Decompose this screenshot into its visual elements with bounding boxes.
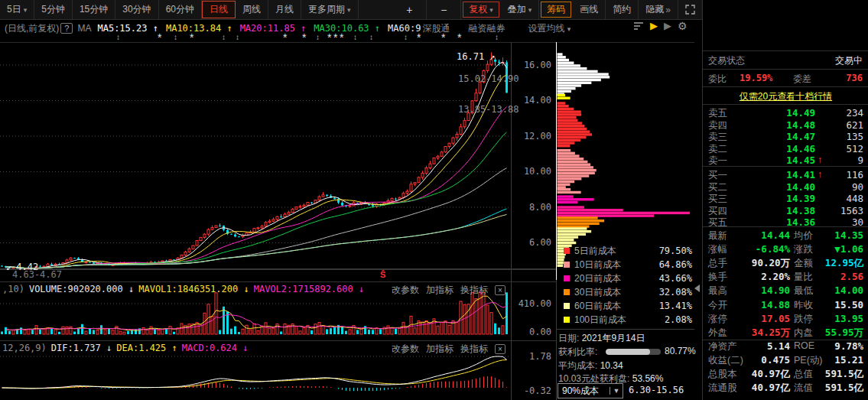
event-marker-icon[interactable]: ↕ <box>174 34 177 41</box>
event-marker-icon[interactable]: * <box>302 34 306 41</box>
legend-swatch <box>564 303 570 309</box>
event-marker-icon[interactable]: * <box>457 34 461 41</box>
event-marker-icon[interactable]: ↕ <box>369 34 373 41</box>
event-marker-icon[interactable]: ↕ <box>316 34 320 41</box>
tool-button-3[interactable]: 筹码 <box>541 2 571 18</box>
chip-profit-ratio: 80.77% <box>665 346 695 356</box>
price-axis-10: 10.00 <box>511 166 551 177</box>
tool-button-2[interactable]: 叠加▾ <box>501 0 540 19</box>
volume-value: VOLUME:902020.000 ↓ <box>29 284 134 294</box>
vol-axis-max: 410.00 <box>511 298 551 309</box>
zoom-in-button[interactable]: + <box>392 0 427 19</box>
legend-label: 10日前成本 <box>574 259 659 272</box>
ma-item-5: MA60:9 <box>388 23 421 34</box>
ask-row-5[interactable]: 卖一14.45↑9 <box>703 154 868 166</box>
period-tab-4[interactable]: 30分钟 <box>115 0 158 19</box>
tool-button-4[interactable]: 画线 <box>573 0 606 19</box>
event-marker-icon[interactable]: ↕ <box>236 34 239 41</box>
flag-play-icon[interactable]: ▶ <box>650 21 658 31</box>
gear-icon[interactable]: ⚙ <box>678 21 688 31</box>
bid-row-4[interactable]: 买四14.381563 <box>703 205 868 216</box>
event-marker-icon[interactable]: * <box>283 34 287 41</box>
event-marker-icon[interactable]: ↕ <box>495 34 499 41</box>
event-marker-icon[interactable]: * <box>340 34 343 41</box>
help-icon[interactable]: ? <box>60 23 73 34</box>
gap-label-2: 13.85-13.88 <box>458 104 519 115</box>
stat-row-5: 最高14.90最低14.00 <box>703 285 868 298</box>
stat-row-11: 总股本40.97亿总值591.5亿 <box>703 368 868 382</box>
sell-signal-marker[interactable]: Ŝ <box>380 270 385 279</box>
bid-row-2[interactable]: 买二14.4090 <box>703 181 868 193</box>
vol-close-icon[interactable]: × <box>495 285 506 295</box>
stat-row-7: 涨停17.05跌停13.95 <box>703 313 868 327</box>
event-marker-icon[interactable]: * <box>333 34 337 41</box>
ask-row-1[interactable]: 卖五14.49234 <box>703 107 868 119</box>
margin-trading-label[interactable]: 融资融券 <box>468 22 505 35</box>
legend-value: 79.50% <box>659 246 692 256</box>
period-tab-9[interactable]: 更多周期▾ <box>301 0 359 19</box>
mavol2-value: MAVOL2:1715892.600 ↓ <box>254 284 365 294</box>
event-marker-icon[interactable]: ↕ <box>222 34 226 41</box>
period-tab-2[interactable]: 5分钟 <box>34 0 73 19</box>
tool-button-5[interactable]: 简约 <box>606 0 639 19</box>
period-tab-6[interactable]: 日线 <box>202 1 236 18</box>
tool-button-6[interactable]: 隐藏» <box>639 0 678 19</box>
dif-value: DIF:1.737 ↓ <box>51 343 112 353</box>
ma-item-1: MA5:15.23 ↑ <box>97 23 158 34</box>
legend-swatch <box>564 262 570 268</box>
event-marker-icon[interactable]: ↕ <box>353 34 357 41</box>
stat-row-12: 流通股40.97亿流值591.5亿 <box>703 382 868 395</box>
macd-add-indicator[interactable]: 加指标 <box>426 343 454 356</box>
legend-label: 5日前成本 <box>574 245 659 258</box>
period-tab-5[interactable]: 60分钟 <box>159 0 202 19</box>
period-tab-7[interactable]: 周线 <box>236 0 268 19</box>
macd-pane-actions: 改参数 加指标 换指标 × <box>392 343 506 356</box>
ma-settings-button[interactable]: 设置均线 ▾ <box>528 22 571 35</box>
chip-legend-row: 5日前成本79.50% <box>564 245 692 257</box>
cost-range-dropdown[interactable]: 90%成本▼ <box>558 383 623 398</box>
volume-params: ,10) <box>2 284 24 294</box>
vol-edit-params[interactable]: 改参数 <box>392 284 419 297</box>
fullscreen-icon[interactable] <box>678 0 702 19</box>
vol-add-indicator[interactable]: 加指标 <box>426 284 454 297</box>
legend-value: 13.41% <box>659 301 692 311</box>
legend-value: 2.08% <box>665 314 692 325</box>
legend-label: 100日前成本 <box>574 314 665 327</box>
ask-row-3[interactable]: 卖三14.47135 <box>703 131 868 142</box>
bid-row-3[interactable]: 买三14.39448 <box>703 193 868 204</box>
chart-info-row: (日线,前复权) ? MA MA5:15.23 ↑MA10:13.84 ↑MA2… <box>0 21 696 35</box>
stat-row-10: 收益(二)0.475PE(动)15.21 <box>703 354 868 368</box>
period-tab-1[interactable]: 5日▾ <box>0 0 34 19</box>
price-axis-6: 6.00 <box>511 237 551 248</box>
macd-close-icon[interactable]: × <box>495 344 506 354</box>
period-tab-8[interactable]: 月线 <box>268 0 301 19</box>
legend-label: 60日前成本 <box>574 300 659 313</box>
macd-switch-indicator[interactable]: 换指标 <box>460 343 488 356</box>
mavol1-value: MAVOL1:1846351.200 ↓ <box>138 284 249 294</box>
collapse-panel-icon[interactable] <box>694 285 700 292</box>
vol-switch-indicator[interactable]: 换指标 <box>460 284 488 297</box>
play-icon[interactable]: ▶ <box>664 21 671 31</box>
tool-button-1[interactable]: 复权▾ <box>463 2 499 18</box>
macd-params: 12,26,9) <box>2 343 47 353</box>
ask-row-2[interactable]: 卖四14.48621 <box>703 119 868 131</box>
event-marker-icon[interactable]: * <box>190 34 193 41</box>
event-marker-icon[interactable]: * <box>441 34 445 41</box>
zoom-out-button[interactable]: − <box>427 0 461 19</box>
event-marker-icon[interactable]: * <box>327 34 331 41</box>
macd-edit-params[interactable]: 改参数 <box>392 343 419 356</box>
event-marker-icon[interactable]: * <box>417 34 421 41</box>
weibi-value: 19.59% <box>740 73 772 83</box>
list-icon[interactable] <box>633 21 644 31</box>
legend-label: 20日前成本 <box>574 272 659 285</box>
ask-row-4[interactable]: 卖二14.46512 <box>703 143 868 154</box>
period-tab-3[interactable]: 15分钟 <box>73 0 115 19</box>
event-marker-icon[interactable]: ↕ <box>116 34 120 41</box>
hk-connect-label: 深股通 <box>422 22 450 35</box>
level2-upgrade-link[interactable]: 仅需20元查看十档行情 <box>740 91 832 102</box>
event-marker-icon[interactable]: * <box>158 34 161 41</box>
ma-item-3: MA20:11.85 ↑ <box>240 23 307 34</box>
trade-status: 交易中 <box>835 54 863 67</box>
event-marker-icon[interactable]: ↕ <box>404 34 408 41</box>
bid-row-1[interactable]: 买一14.41↑116 <box>703 169 868 180</box>
